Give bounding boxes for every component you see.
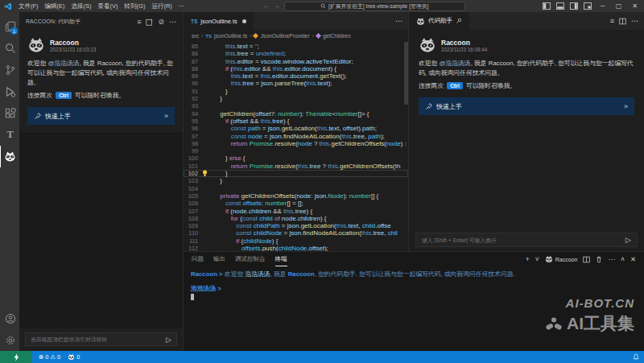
settings-gear-icon[interactable] [0, 329, 19, 351]
code-line[interactable]: 94 getChildren(offset?: number): Thenabl… [184, 110, 408, 118]
code-line[interactable]: 111 if (childNode) { [184, 237, 408, 245]
breadcrumb-item[interactable]: getChildren [323, 33, 351, 39]
customize-layout-icon[interactable] [581, 0, 594, 12]
back-icon[interactable]: ← [263, 2, 270, 10]
code-line[interactable]: 90 this.tree = json.parseTree(this.text)… [184, 80, 408, 87]
code-line[interactable]: 88 if (this.editor && this.editor.docume… [184, 65, 408, 72]
terminal-dropdown-icon[interactable]: ˅ [535, 255, 539, 263]
breadcrumb-item[interactable]: JsonOutlineProvider [260, 33, 309, 39]
breadcrumb-item[interactable]: src [192, 33, 199, 39]
toggle-secondary-sidebar-icon[interactable] [568, 0, 580, 12]
command-center-search[interactable]: [扩展开发宿主] tree-view-sample [管理员] [284, 2, 465, 11]
menu-item[interactable]: ⋯ [175, 2, 188, 10]
code-line[interactable]: 89 this.text = this.editor.document.getT… [184, 72, 408, 80]
source-control-icon[interactable] [0, 59, 19, 80]
code-editor[interactable]: 85 this.text = '';86 this.tree = undefin… [184, 42, 408, 251]
code-line[interactable]: 106 const offsets: number[] = []; [184, 200, 408, 207]
modified-dot-icon[interactable] [242, 19, 246, 23]
kill-terminal-icon[interactable] [596, 256, 602, 263]
tab-assistant[interactable]: 代码助手 [409, 12, 470, 30]
toolbar-list-icon[interactable]: ≡ [610, 17, 614, 25]
code-line[interactable]: 92 } [184, 95, 408, 102]
code-line[interactable]: 97 const node = json.findNodeAtLocation(… [184, 133, 408, 140]
code-line[interactable]: 103 } [184, 177, 408, 184]
code-line[interactable]: 85 this.text = ''; [184, 43, 408, 50]
menu-item[interactable]: 运行(R) [148, 2, 175, 10]
quickstart-button[interactable]: 快速上手 » [27, 107, 175, 125]
menu-item[interactable]: 转到(G) [122, 2, 149, 10]
settings-list-icon[interactable]: ≡ [137, 18, 141, 26]
assistant-chat-input[interactable] [422, 237, 622, 243]
code-text: return Promise.resolve(this.tree ? this.… [209, 163, 408, 170]
problems-indicator[interactable]: ⊗0 ⚠0 [39, 353, 60, 361]
code-line[interactable]: 95 if (offset && this.tree) { [184, 118, 408, 125]
forward-icon[interactable]: → [274, 2, 280, 10]
sidebar-chat-input[interactable] [31, 336, 163, 342]
code-line[interactable]: 98 return Promise.resolve(node ? this.ge… [184, 140, 408, 147]
code-line[interactable]: 87 this.editor = vscode.window.activeTex… [184, 58, 408, 65]
code-line[interactable]: 112 offsets.push(childNode.offset); [184, 245, 408, 251]
toggle-sidebar-icon[interactable] [540, 0, 553, 12]
editor-scrollbar[interactable] [404, 42, 408, 251]
search-view-icon[interactable] [0, 37, 19, 59]
toggle-panel-icon[interactable] [554, 0, 567, 12]
split-terminal-icon[interactable] [583, 256, 590, 263]
code-line[interactable]: 102 } [184, 170, 408, 177]
lightbulb-icon[interactable] [200, 170, 209, 177]
menu-item[interactable]: 选择(S) [68, 2, 95, 10]
code-line[interactable]: 104 [184, 185, 408, 192]
breadcrumb-item[interactable]: jsonOutline.ts [214, 33, 247, 39]
terminal-profile[interactable]: Raccoon [545, 255, 578, 263]
panel-tab-调试控制台[interactable]: 调试控制台 [235, 252, 266, 266]
explorer-icon[interactable]: 1 [0, 15, 19, 37]
send-icon[interactable]: ▷ [625, 236, 631, 244]
tab-jsonoutline[interactable]: TS jsonOutline.ts [184, 12, 254, 30]
pin-icon[interactable] [456, 18, 462, 24]
code-line[interactable]: 96 const path = json.getLocation(this.te… [184, 125, 408, 132]
remote-indicator[interactable] [0, 351, 32, 363]
extensions-icon[interactable] [0, 102, 19, 124]
raccoon-status[interactable]: 0 [68, 353, 80, 361]
run-and-debug-icon[interactable] [0, 80, 19, 102]
code-line[interactable]: 100 } else { [184, 155, 408, 162]
notifications-bell[interactable] [633, 353, 639, 361]
quickstart-button[interactable]: 快速上手 » [419, 97, 634, 115]
scrollbar-thumb[interactable] [404, 42, 408, 105]
code-line[interactable]: 86 this.tree = undefined; [184, 50, 408, 57]
raccoon-view-icon[interactable] [0, 146, 19, 167]
code-line[interactable]: 110 const childNode = json.findNodeAtLoc… [184, 229, 408, 237]
new-chat-icon[interactable] [146, 19, 153, 26]
code-line[interactable]: 91 } [184, 88, 408, 95]
clear-chat-icon[interactable]: ⊘ [158, 18, 164, 26]
close-panel-icon[interactable]: ✕ [630, 255, 636, 263]
menu-item[interactable]: 查看(V) [95, 2, 122, 10]
code-line[interactable]: 93 [184, 102, 408, 109]
menu-item[interactable]: 编辑(E) [42, 2, 68, 10]
more-actions-icon[interactable]: ⋯ [169, 18, 176, 26]
code-line[interactable]: 101 return Promise.resolve(this.tree ? t… [184, 163, 408, 170]
split-editor-icon[interactable] [619, 18, 626, 25]
panel-tab-输出[interactable]: 输出 [213, 252, 225, 266]
panel-tab-终端[interactable]: 终端 [275, 252, 287, 266]
code-line[interactable]: 109 const childPath = json.getLocation(t… [184, 222, 408, 229]
new-terminal-icon[interactable]: + [526, 255, 530, 263]
code-line[interactable]: 99 [184, 147, 408, 155]
sidebar-welcome-card: Raccoon 2023/11/23 16:03:23 欢迎您 @浩浩汤汤, 我… [19, 31, 183, 134]
code-line[interactable]: 108 for (const child of node.children) { [184, 215, 408, 222]
maximize-button[interactable]: ▢ [611, 0, 626, 12]
editor-more-actions-icon[interactable]: ⋯ [395, 17, 408, 25]
minimize-button[interactable]: ─ [595, 0, 610, 12]
menu-item[interactable]: 文件(F) [15, 2, 42, 10]
panel-tab-问题[interactable]: 问题 [192, 252, 204, 266]
breadcrumb: src›TSjsonOutline.ts›JsonOutlineProvider… [184, 30, 408, 42]
code-text: this.tree = undefined; [209, 50, 408, 57]
panel-more-icon[interactable]: ⋯ [608, 255, 615, 263]
code-line[interactable]: 105 private getChildrenOffsets(node: jso… [184, 192, 408, 200]
code-line[interactable]: 107 if (node.children && this.tree) { [184, 208, 408, 215]
send-icon[interactable]: ▷ [166, 336, 171, 344]
todo-tree-icon[interactable]: T [0, 124, 19, 146]
close-button[interactable]: ✕ [627, 0, 642, 12]
panel-more-icon[interactable]: ⋯ [631, 17, 638, 25]
account-icon[interactable] [0, 307, 19, 329]
maximize-panel-icon[interactable]: ˄ [621, 255, 625, 263]
